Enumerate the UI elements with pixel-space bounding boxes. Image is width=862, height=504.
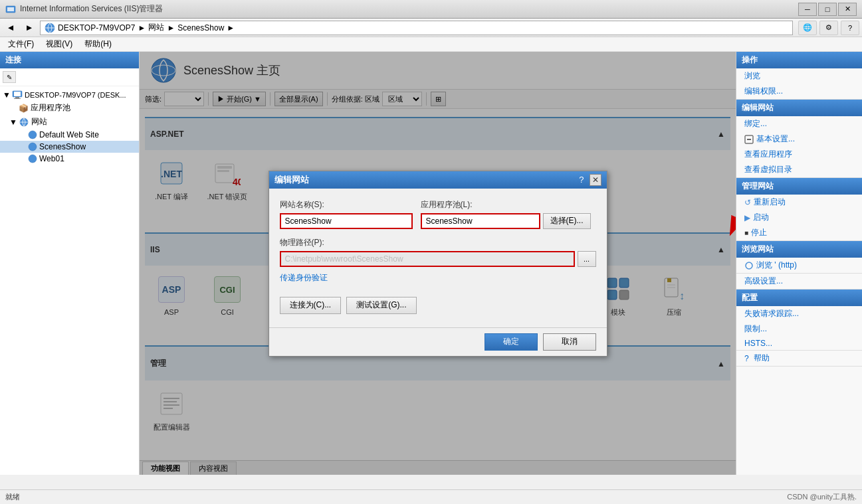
menu-file[interactable]: 文件(F) [3, 37, 39, 51]
rp-start-label: 启动 [753, 212, 769, 223]
restart-icon: ↺ [744, 198, 751, 207]
svg-rect-5 [14, 92, 21, 96]
rp-hsts-label: HSTS... [744, 339, 772, 348]
apppool-label: 应用程序池 [31, 102, 70, 114]
sidebar-item-desktop[interactable]: ▼ DESKTOP-7M9VOP7 (DESK... [0, 89, 139, 101]
rp-failed-trace[interactable]: 失败请求跟踪... [736, 306, 862, 321]
computer-icon [12, 90, 23, 100]
auth-link[interactable]: 传递身份验证 [280, 273, 328, 282]
svg-point-55 [746, 262, 752, 269]
app-pool-input[interactable] [421, 213, 540, 229]
rp-limits[interactable]: 限制... [736, 321, 862, 337]
scenesshow-label: ScenesShow [39, 142, 86, 151]
rp-section-help: ? 帮助 [736, 351, 862, 367]
svg-rect-1 [7, 7, 14, 11]
sidebar-add-btn[interactable]: ✎ [3, 71, 16, 83]
edit-website-modal: 编辑网站 ? ✕ 网站名称(S): 应用程序池 [269, 171, 607, 357]
app-pool-select-btn[interactable]: 选择(E)... [543, 213, 591, 229]
rp-browse-http[interactable]: 浏览 ' (http) [736, 258, 862, 273]
rp-help[interactable]: ? 帮助 [736, 351, 862, 366]
nav-icon-1[interactable]: 🌐 [798, 21, 817, 35]
nav-extra-icons: 🌐 ⚙ ? [798, 21, 859, 35]
site-name-input[interactable] [280, 213, 413, 229]
app-icon [5, 4, 16, 15]
rp-start[interactable]: ▶ 启动 [736, 210, 862, 225]
rp-stop[interactable]: ■ 停止 [736, 225, 862, 240]
rp-limits-label: 限制... [744, 323, 767, 335]
rp-section-browsesite: 浏览网站 浏览 ' (http) [736, 241, 862, 274]
menu-help[interactable]: 帮助(H) [79, 37, 117, 51]
modal-close-btn[interactable]: ✕ [590, 174, 601, 186]
rp-bind[interactable]: 绑定... [736, 116, 862, 131]
physical-path-label: 物理路径(P): [280, 237, 596, 248]
cancel-btn[interactable]: 取消 [543, 333, 596, 351]
modal-footer: 确定 取消 [269, 327, 607, 356]
rp-browse[interactable]: 浏览 [736, 68, 862, 84]
sidebar-header: 连接 [0, 52, 139, 68]
rp-basic-settings[interactable]: 基本设置... [736, 131, 862, 147]
sidebar-item-apppool[interactable]: 📦 应用程序池 [0, 101, 139, 115]
app-pool-field: 应用程序池(L): 选择(E)... [421, 199, 591, 229]
rp-failed-trace-label: 失败请求跟踪... [744, 308, 799, 319]
ok-btn[interactable]: 确定 [485, 333, 538, 351]
stop-icon: ■ [744, 229, 748, 236]
rp-view-vdirs[interactable]: 查看虚拟目录 [736, 162, 862, 177]
back-button[interactable]: ◄ [3, 21, 19, 35]
rp-advanced-label: 高级设置... [744, 276, 783, 287]
start-icon: ▶ [744, 213, 750, 222]
content-area: ScenesShow 主页 筛选: ▶ 开始(G) ▼ 全部显示(A) 分组依据… [140, 52, 736, 475]
rp-restart-label: 重新启动 [754, 197, 786, 208]
rp-view-apps[interactable]: 查看应用程序 [736, 147, 862, 162]
right-panel-header: 操作 [736, 52, 862, 68]
rp-stop-label: 停止 [751, 227, 767, 238]
sidebar: 连接 ✎ ▼ DESKTOP-7M9VOP7 (DESK... 📦 应用程序池 [0, 52, 140, 475]
rp-bind-label: 绑定... [744, 118, 767, 129]
nav-icon-2[interactable]: ⚙ [819, 21, 838, 35]
browse-url: ' (http) [774, 260, 797, 270]
sidebar-item-web01[interactable]: Web01 [0, 153, 139, 165]
watermark: CSDN @unity工具熟. [787, 492, 857, 502]
menu-bar: 文件(F) 视图(V) 帮助(H) [0, 37, 862, 52]
rp-hsts[interactable]: HSTS... [736, 337, 862, 350]
app-pool-label: 应用程序池(L): [421, 199, 591, 210]
apppool-icon: 📦 [19, 104, 29, 113]
nav-help[interactable]: ? [841, 21, 859, 35]
rp-edit-perms[interactable]: 编辑权限... [736, 84, 862, 99]
sidebar-item-scenesshow[interactable]: ScenesShow [0, 141, 139, 153]
rp-managesite-header: 管理网站 [736, 178, 862, 195]
minimize-button[interactable]: ─ [798, 3, 817, 16]
sites-label: 网站 [31, 116, 47, 127]
forward-button[interactable]: ► [21, 21, 37, 35]
expand-icon: ▼ [3, 90, 12, 100]
sidebar-toolbar: ✎ [0, 68, 139, 86]
rp-view-apps-label: 查看应用程序 [744, 149, 792, 160]
browse-btn[interactable]: ... [578, 251, 596, 267]
site-icon [28, 130, 37, 139]
rp-advanced-settings[interactable]: 高级设置... [736, 274, 862, 289]
sidebar-item-defaultwebsite[interactable]: Default Web Site [0, 129, 139, 141]
modal-action-row: 连接为(C)... 测试设置(G)... [280, 292, 596, 317]
test-settings-btn[interactable]: 测试设置(G)... [346, 297, 416, 314]
nav-bar: ◄ ► DESKTOP-7M9VOP7 ► 网站 ► ScenesShow ► … [0, 19, 862, 37]
connect-as-btn[interactable]: 连接为(C)... [280, 297, 342, 314]
status-bar: 就绪 CSDN @unity工具熟. [0, 489, 862, 504]
web01-label: Web01 [39, 154, 64, 163]
sidebar-item-sites[interactable]: ▼ 网站 [0, 115, 139, 129]
svg-point-12 [29, 155, 37, 163]
rp-editsite-header: 编辑网站 [736, 100, 862, 116]
rp-restart[interactable]: ↺ 重新启动 [736, 195, 862, 210]
svg-rect-7 [14, 98, 21, 99]
menu-view[interactable]: 视图(V) [41, 37, 78, 51]
defaultwebsite-label: Default Web Site [39, 130, 99, 139]
sep2: ► [167, 23, 175, 33]
desktop-label: DESKTOP-7M9VOP7 (DESK... [25, 91, 126, 99]
close-button[interactable]: ✕ [838, 3, 857, 16]
rp-section-editsite: 编辑网站 绑定... 基本设置... 查看应用程序 查看虚拟目录 [736, 100, 862, 178]
modal-title-bar: 编辑网站 ? ✕ [269, 171, 607, 189]
address-scenesshow: ScenesShow [177, 23, 224, 33]
modal-question-mark[interactable]: ? [579, 175, 584, 185]
rp-browse-http-label: 浏览 ' (http) [756, 260, 797, 271]
modal-body: 网站名称(S): 应用程序池(L): 选择(E)... [269, 189, 607, 327]
maximize-button[interactable]: □ [818, 3, 837, 16]
physical-path-input[interactable] [280, 251, 575, 267]
